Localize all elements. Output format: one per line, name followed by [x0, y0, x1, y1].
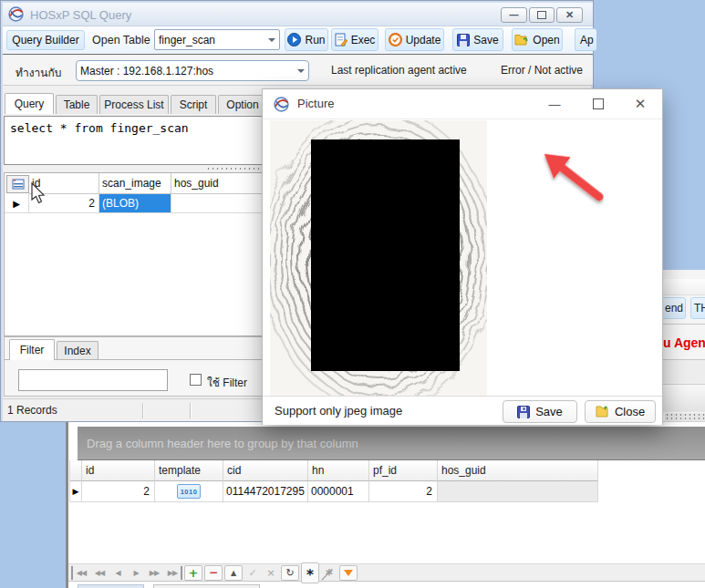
tab-script[interactable]: Script: [171, 95, 216, 114]
tab-table[interactable]: Table: [56, 95, 98, 114]
nav-prior-page-button[interactable]: ◀◀: [91, 566, 108, 580]
bg-partial-button-th[interactable]: TH: [690, 297, 705, 319]
bg-col-cid-label: cid: [227, 464, 241, 477]
bg-cell-cid[interactable]: 0114472017295: [223, 481, 308, 502]
row-indicator: ▶: [5, 194, 29, 213]
connection-combobox[interactable]: Master : 192.168.1.127:hos: [76, 60, 309, 81]
bg-cell-hn[interactable]: 0000001: [308, 481, 369, 502]
record-count: 1 Records: [7, 404, 57, 417]
restore-icon: [537, 11, 546, 19]
nav-refresh-button[interactable]: ↻: [281, 565, 299, 581]
table-combobox[interactable]: finger_scan: [154, 29, 280, 50]
nav-filter-button[interactable]: [339, 565, 358, 581]
tab-index-label: Index: [64, 345, 90, 357]
col-scan-image[interactable]: scan_image: [99, 173, 171, 194]
bg-col-id[interactable]: id: [82, 460, 155, 481]
screen: end TH u Agen Drag a column header here …: [0, 0, 705, 588]
update-button[interactable]: Update: [385, 28, 444, 51]
app-logo-icon: [8, 6, 24, 22]
bg-bottom-tab-2[interactable]: [153, 584, 260, 588]
bg-col-hos-guid[interactable]: hos_guid: [438, 460, 598, 481]
picture-dialog: Picture — ✕: [262, 88, 663, 425]
picture-dialog-titlebar[interactable]: Picture — ✕: [263, 89, 662, 119]
bg-col-cid[interactable]: cid: [223, 460, 308, 481]
run-button[interactable]: Run: [285, 28, 328, 51]
bg-col-corner: [69, 460, 82, 481]
dialog-maximize-button[interactable]: [585, 93, 612, 115]
open-button[interactable]: Open: [512, 28, 563, 51]
maximize-button[interactable]: [529, 7, 555, 23]
bg-cell-id[interactable]: 2: [82, 481, 155, 502]
use-filter-label: ใช้ Filter: [207, 374, 247, 391]
tab-query-label: Query: [15, 98, 45, 110]
tab-table-label: Table: [64, 98, 90, 111]
run-icon: [287, 33, 301, 46]
dialog-minimize-button[interactable]: —: [541, 93, 568, 115]
update-icon: [389, 33, 402, 46]
save-button[interactable]: Save: [452, 28, 503, 51]
nav-goto-bookmark-button[interactable]: *̸: [321, 563, 337, 583]
nav-edit-button[interactable]: ▲: [224, 565, 243, 581]
picture-dialog-icon: [274, 97, 289, 112]
maximize-icon: [593, 98, 604, 109]
grid-corner-button[interactable]: *: [6, 175, 29, 193]
nav-last-button[interactable]: ▶▶: [164, 566, 182, 580]
nav-delete-button[interactable]: −: [204, 565, 223, 581]
red-arrow-annotation: [530, 142, 617, 211]
nav-insert-button[interactable]: +: [184, 565, 202, 581]
bg-col-pf-id-label: pf_id: [373, 464, 397, 477]
cell-scan-image-value: (BLOB): [102, 197, 139, 210]
bg-col-template[interactable]: template: [155, 460, 223, 481]
nav-bookmark-button[interactable]: *: [301, 562, 319, 583]
bg-cell-pf-id[interactable]: 2: [369, 481, 438, 502]
dialog-save-button[interactable]: Save: [503, 400, 577, 423]
open-label: Open: [533, 34, 559, 46]
last-replication-label: Last replication agent active: [331, 64, 467, 77]
bg-partial-button-end[interactable]: end: [661, 297, 686, 319]
cell-hos-guid[interactable]: [171, 194, 272, 213]
group-by-panel[interactable]: Drag a column header here to group by th…: [78, 427, 705, 460]
chevron-down-icon: [268, 38, 275, 42]
exec-button[interactable]: Exec: [331, 28, 378, 51]
run-label: Run: [305, 34, 325, 46]
use-filter-checkbox[interactable]: [190, 374, 202, 386]
tab-query[interactable]: Query: [5, 93, 54, 114]
bg-col-hos-guid-label: hos_guid: [441, 464, 486, 477]
dialog-close-button[interactable]: ✕: [627, 93, 654, 115]
bg-cell-id-value: 2: [143, 485, 150, 498]
minimize-button[interactable]: —: [501, 7, 527, 23]
bg-partial-button-end-label: end: [665, 302, 683, 315]
chevron-down-icon: [297, 69, 305, 73]
tab-filter[interactable]: Filter: [9, 339, 55, 360]
open-table-button[interactable]: Open Table: [92, 34, 150, 46]
dialog-close-action-button[interactable]: Close: [585, 400, 656, 423]
append-button-partial[interactable]: Ap: [575, 28, 596, 51]
filter-input[interactable]: [18, 369, 168, 391]
bg-bottom-tab-1[interactable]: [78, 584, 144, 588]
bg-cell-cid-value: 0114472017295: [226, 485, 305, 498]
col-hos-guid[interactable]: hos_guid: [171, 173, 272, 194]
save-floppy-icon: [517, 406, 530, 418]
tab-option-label: Option: [226, 98, 258, 111]
bg-cell-template[interactable]: 1010: [155, 481, 223, 502]
nav-post-button[interactable]: ✓: [244, 566, 261, 580]
bg-col-id-label: id: [86, 464, 94, 477]
nav-next-button[interactable]: ▶: [128, 566, 144, 580]
bg-col-hn[interactable]: hn: [308, 460, 369, 481]
cell-scan-image[interactable]: (BLOB): [99, 194, 171, 213]
close-button[interactable]: ✕: [556, 7, 583, 23]
bg-cell-hos-guid[interactable]: [438, 481, 598, 502]
tab-index[interactable]: Index: [57, 341, 98, 360]
nav-first-button[interactable]: ◀◀: [71, 566, 89, 580]
tab-option[interactable]: Option: [218, 95, 267, 114]
dialog-save-label: Save: [535, 405, 563, 418]
tab-process-list[interactable]: Process List: [99, 95, 169, 114]
window-titlebar[interactable]: HOSxP SQL Query — ✕: [3, 3, 593, 26]
bg-cell-hn-value: 0000001: [311, 485, 354, 498]
query-builder-button[interactable]: Query Builder: [6, 30, 85, 50]
bg-grid-panel: Drag a column header here to group by th…: [68, 422, 705, 588]
nav-prior-button[interactable]: ◀: [109, 566, 126, 580]
nav-cancel-button[interactable]: ×: [263, 566, 279, 580]
nav-next-page-button[interactable]: ▶▶: [146, 566, 162, 580]
bg-col-pf-id[interactable]: pf_id: [369, 460, 438, 481]
